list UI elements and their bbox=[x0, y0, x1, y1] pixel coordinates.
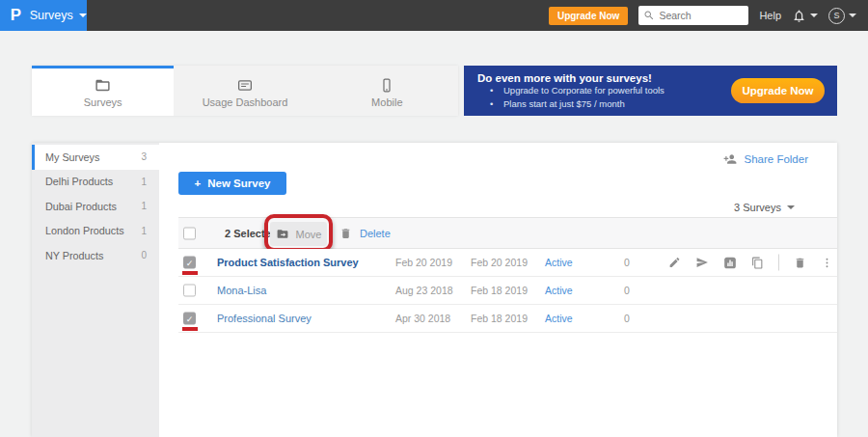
bell-icon bbox=[792, 9, 806, 23]
sidebar-item-dubai-products[interactable]: Dubai Products 1 bbox=[32, 194, 159, 219]
move-button[interactable]: Move bbox=[270, 222, 327, 246]
folder-label: Delhi Products bbox=[45, 176, 113, 187]
modified-date: Feb 20 2019 bbox=[471, 257, 528, 268]
survey-name-link[interactable]: Professional Survey bbox=[217, 313, 312, 324]
annotation-checkbox-underline bbox=[182, 327, 198, 331]
table-row: ✓ Product Satisfaction Survey Feb 20 201… bbox=[178, 249, 837, 277]
proprofs-logo-icon: P bbox=[11, 7, 21, 24]
folder-label: Dubai Products bbox=[45, 201, 117, 212]
move-label: Move bbox=[296, 229, 322, 240]
brand-logo-block[interactable]: P Surveys bbox=[0, 0, 87, 31]
share-folder-label: Share Folder bbox=[745, 153, 808, 165]
upgrade-banner: Do even more with your surveys! Upgrade … bbox=[464, 66, 837, 116]
status-link[interactable]: Active bbox=[545, 285, 573, 296]
folder-count: 1 bbox=[141, 201, 147, 211]
surveys-count-label: 3 Surveys bbox=[734, 202, 781, 213]
sidebar-item-ny-products[interactable]: NY Products 0 bbox=[32, 243, 159, 268]
responses-count: 0 bbox=[624, 257, 630, 268]
surveys-panel: My Surveys 3 Delhi Products 1 Dubai Prod… bbox=[32, 143, 837, 437]
search-input[interactable] bbox=[659, 10, 744, 21]
folder-icon bbox=[95, 77, 111, 94]
table-row: Mona-Lisa Aug 23 2018 Feb 18 2019 Active… bbox=[178, 277, 837, 305]
created-date: Aug 23 2018 bbox=[395, 285, 453, 296]
search-icon bbox=[643, 10, 655, 21]
folders-sidebar: My Surveys 3 Delhi Products 1 Dubai Prod… bbox=[32, 143, 159, 437]
topbar: P Surveys Upgrade Now Help S bbox=[0, 0, 868, 31]
upgrade-now-button[interactable]: Upgrade Now bbox=[549, 7, 628, 25]
notifications-menu[interactable] bbox=[792, 9, 818, 23]
sidebar-item-london-products[interactable]: London Products 1 bbox=[32, 219, 159, 244]
smartphone-icon bbox=[379, 77, 394, 94]
modified-date: Feb 18 2019 bbox=[471, 285, 528, 296]
folder-label: My Surveys bbox=[45, 151, 99, 163]
banner-upgrade-button[interactable]: Upgrade Now bbox=[731, 78, 825, 103]
row-actions bbox=[668, 255, 833, 271]
topbar-right: Upgrade Now Help S bbox=[549, 6, 868, 25]
row-checkbox[interactable]: ✓ bbox=[183, 313, 196, 325]
responses-count: 0 bbox=[624, 313, 630, 324]
help-link[interactable]: Help bbox=[759, 10, 781, 21]
table-row: ✓ Professional Survey Apr 30 2018 Feb 18… bbox=[178, 305, 837, 333]
folder-move-icon bbox=[276, 228, 289, 240]
send-plane-icon[interactable] bbox=[695, 257, 709, 269]
new-survey-label: New Survey bbox=[207, 178, 270, 189]
folder-count: 1 bbox=[141, 177, 147, 187]
new-survey-button[interactable]: + New Survey bbox=[178, 172, 286, 195]
chevron-down-icon bbox=[787, 205, 795, 209]
tab-usage-dashboard[interactable]: Usage Dashboard bbox=[174, 66, 315, 116]
sidebar-item-my-surveys[interactable]: My Surveys 3 bbox=[32, 145, 159, 170]
more-options-icon[interactable] bbox=[821, 256, 833, 269]
survey-name-link[interactable]: Mona-Lisa bbox=[217, 285, 266, 296]
folder-label: London Products bbox=[45, 225, 124, 236]
sidebar-item-delhi-products[interactable]: Delhi Products 1 bbox=[32, 170, 159, 195]
divider bbox=[778, 255, 779, 271]
trash-icon bbox=[339, 227, 352, 240]
survey-list: 2 Selected Move Delete ✓ Product Satisfa… bbox=[178, 217, 837, 333]
created-date: Feb 20 2019 bbox=[395, 257, 452, 268]
delete-button[interactable]: Delete bbox=[339, 227, 391, 240]
tab-label: Mobile bbox=[371, 96, 402, 108]
modified-date: Feb 18 2019 bbox=[471, 313, 528, 324]
folder-count: 0 bbox=[141, 250, 147, 260]
select-all-checkbox[interactable] bbox=[183, 227, 196, 239]
tab-label: Surveys bbox=[84, 96, 122, 108]
responses-count: 0 bbox=[624, 285, 630, 296]
annotation-checkbox-underline bbox=[182, 271, 198, 275]
chevron-down-icon bbox=[810, 14, 818, 17]
avatar: S bbox=[828, 8, 845, 24]
folder-label: NY Products bbox=[45, 250, 103, 261]
edit-pencil-icon[interactable] bbox=[668, 257, 681, 269]
folder-count: 1 bbox=[141, 226, 147, 236]
dashboard-icon bbox=[236, 77, 254, 94]
reports-chart-icon[interactable] bbox=[723, 256, 737, 269]
product-switcher[interactable]: Surveys bbox=[30, 9, 87, 22]
bulk-actions-toolbar: 2 Selected Move Delete bbox=[178, 217, 837, 249]
person-add-icon bbox=[722, 152, 738, 166]
created-date: Apr 30 2018 bbox=[395, 313, 450, 324]
trash-icon[interactable] bbox=[794, 256, 806, 269]
section-tabs: Surveys Usage Dashboard Mobile bbox=[32, 66, 458, 116]
tab-label: Usage Dashboard bbox=[203, 96, 288, 108]
chevron-down-icon bbox=[849, 14, 856, 17]
plus-icon: + bbox=[195, 178, 202, 189]
share-folder-link[interactable]: Share Folder bbox=[722, 152, 808, 166]
tab-mobile[interactable]: Mobile bbox=[316, 66, 458, 116]
status-link[interactable]: Active bbox=[545, 313, 573, 324]
duplicate-copy-icon[interactable] bbox=[751, 256, 764, 269]
survey-name-link[interactable]: Product Satisfaction Survey bbox=[217, 257, 359, 268]
row-checkbox[interactable] bbox=[183, 285, 196, 297]
account-menu[interactable]: S bbox=[828, 8, 856, 24]
delete-label: Delete bbox=[360, 228, 391, 239]
status-link[interactable]: Active bbox=[545, 257, 573, 268]
tab-surveys[interactable]: Surveys bbox=[32, 66, 174, 116]
product-switcher-label: Surveys bbox=[30, 9, 73, 22]
row-checkbox[interactable]: ✓ bbox=[183, 257, 196, 269]
surveys-count-dropdown[interactable]: 3 Surveys bbox=[734, 202, 795, 213]
folder-count: 3 bbox=[141, 151, 147, 162]
chevron-down-icon bbox=[79, 14, 87, 17]
search-box[interactable] bbox=[638, 6, 748, 25]
